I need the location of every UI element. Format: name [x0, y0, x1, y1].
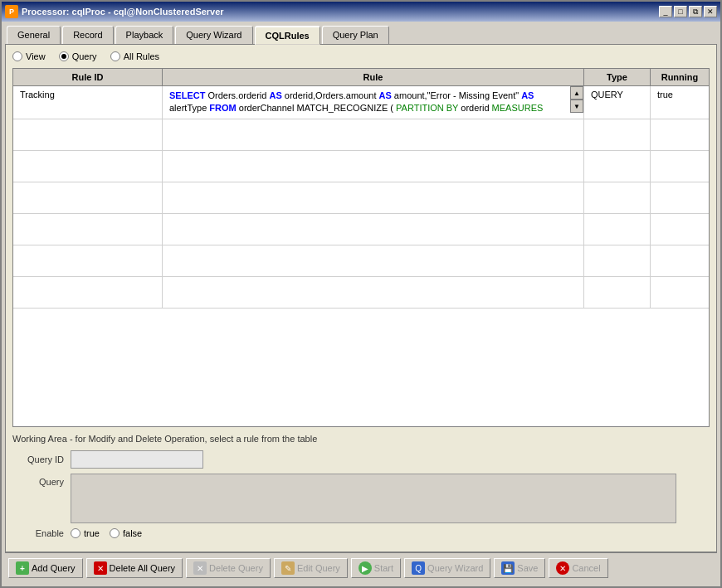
- main-panel: View Query All Rules Rule ID Rule Type R…: [5, 44, 717, 552]
- restore-button[interactable]: ⧉: [689, 6, 702, 17]
- cell-rule-empty6: [163, 277, 584, 308]
- delete-all-label: Delete All Query: [110, 563, 175, 573]
- bottom-bar: + Add Query ✕ Delete All Query ✕ Delete …: [5, 552, 717, 583]
- delete-query-button[interactable]: ✕ Delete Query: [186, 558, 271, 578]
- col-header-type: Type: [584, 69, 651, 85]
- cell-rule-empty3: [163, 182, 584, 213]
- window-title: Processor: cqlProc - cql@NonClusteredSer…: [22, 7, 224, 17]
- cell-type-empty5: [584, 245, 651, 276]
- cell-running-empty3: [651, 182, 709, 213]
- cell-running-empty6: [651, 277, 709, 308]
- table-row: [13, 245, 709, 277]
- cell-ruleid-empty5: [13, 245, 163, 276]
- cell-type-empty4: [584, 214, 651, 245]
- cell-type: QUERY: [584, 86, 651, 119]
- tab-query-plan[interactable]: Query Plan: [322, 26, 389, 45]
- delete-query-label: Delete Query: [209, 563, 263, 573]
- enable-false-circle[interactable]: [110, 528, 120, 538]
- radio-all-rules-circle[interactable]: [110, 51, 120, 61]
- cell-rule-empty2: [163, 151, 584, 182]
- tab-bar: General Record Playback Query Wizard CQL…: [5, 25, 717, 44]
- scroll-up-button[interactable]: ▲: [570, 86, 583, 100]
- cell-type-empty: [584, 119, 651, 150]
- enable-true-radio[interactable]: true: [71, 528, 100, 538]
- table-row[interactable]: Tracking SELECT Orders.orderid AS orderi…: [13, 86, 709, 119]
- enable-false-radio[interactable]: false: [110, 528, 142, 538]
- save-icon: 💾: [501, 561, 515, 575]
- cell-ruleid: Tracking: [13, 86, 163, 119]
- minimize-button[interactable]: _: [659, 6, 672, 17]
- enable-false-label: false: [123, 528, 142, 538]
- query-id-label: Query ID: [12, 454, 71, 464]
- query-wizard-icon: Q: [412, 561, 425, 575]
- cancel-button[interactable]: ✕ Cancel: [549, 558, 607, 578]
- content-area: General Record Playback Query Wizard CQL…: [2, 22, 720, 586]
- delete-query-icon: ✕: [193, 561, 207, 575]
- radio-row: View Query All Rules: [12, 51, 710, 61]
- col-header-ruleid: Rule ID: [13, 69, 163, 85]
- table-row: [13, 119, 709, 151]
- query-wizard-label: Query Wizard: [427, 563, 483, 573]
- radio-all-rules-label: All Rules: [124, 51, 159, 61]
- table-row: [13, 214, 709, 245]
- cell-ruleid-empty3: [13, 182, 163, 213]
- radio-query[interactable]: Query: [59, 51, 97, 61]
- query-textarea[interactable]: [71, 474, 676, 523]
- query-row: Query: [12, 474, 710, 523]
- query-id-row: Query ID: [12, 450, 710, 469]
- working-area-title: Working Area - for Modify and Delete Ope…: [12, 434, 710, 444]
- tab-playback[interactable]: Playback: [115, 26, 174, 45]
- cell-running-empty2: [651, 151, 709, 182]
- edit-query-button[interactable]: ✎ Edit Query: [274, 558, 348, 578]
- col-header-running: Running: [651, 69, 709, 85]
- cell-ruleid-empty: [13, 119, 163, 150]
- delete-all-icon: ✕: [94, 561, 107, 575]
- delete-all-query-button[interactable]: ✕ Delete All Query: [86, 558, 183, 578]
- radio-query-label: Query: [72, 51, 97, 61]
- cell-rule-empty4: [163, 214, 584, 245]
- tab-query-wizard[interactable]: Query Wizard: [175, 26, 252, 45]
- app-icon: P: [5, 5, 18, 18]
- cell-ruleid-empty2: [13, 151, 163, 182]
- enable-row: Enable true false: [12, 528, 710, 538]
- title-bar: P Processor: cqlProc - cql@NonClusteredS…: [2, 2, 720, 22]
- add-query-icon: +: [16, 561, 29, 575]
- cell-rule: SELECT Orders.orderid AS orderid,Orders.…: [163, 86, 584, 119]
- cancel-label: Cancel: [572, 563, 600, 573]
- add-query-label: Add Query: [32, 563, 76, 573]
- scroll-down-button[interactable]: ▼: [570, 100, 583, 113]
- cell-rule-empty: [163, 119, 584, 150]
- cell-ruleid-empty4: [13, 214, 163, 245]
- save-button[interactable]: 💾 Save: [494, 558, 545, 578]
- table-header: Rule ID Rule Type Running: [13, 69, 709, 86]
- radio-view[interactable]: View: [12, 51, 46, 61]
- query-wizard-button[interactable]: Q Query Wizard: [404, 558, 490, 578]
- save-label: Save: [517, 563, 538, 573]
- close-button[interactable]: ✕: [704, 6, 717, 17]
- maximize-button[interactable]: □: [674, 6, 687, 17]
- cancel-icon: ✕: [556, 561, 569, 575]
- radio-view-circle[interactable]: [12, 51, 22, 61]
- cell-ruleid-empty6: [13, 277, 163, 308]
- cell-running-empty5: [651, 245, 709, 276]
- query-id-input[interactable]: [71, 450, 203, 469]
- title-buttons: _ □ ⧉ ✕: [659, 6, 717, 17]
- working-area: Working Area - for Modify and Delete Ope…: [12, 434, 710, 545]
- cell-rule-empty5: [163, 245, 584, 276]
- cell-type-empty3: [584, 182, 651, 213]
- start-button[interactable]: ▶ Start: [351, 558, 401, 578]
- table-row: [13, 277, 709, 309]
- enable-true-circle[interactable]: [71, 528, 80, 538]
- tab-cqlrules[interactable]: CQLRules: [255, 26, 320, 45]
- radio-query-circle[interactable]: [59, 51, 69, 61]
- enable-label: Enable: [12, 528, 71, 538]
- cell-running-empty4: [651, 214, 709, 245]
- tab-general[interactable]: General: [7, 26, 61, 45]
- add-query-button[interactable]: + Add Query: [8, 558, 83, 578]
- query-label: Query: [12, 474, 71, 487]
- radio-all-rules[interactable]: All Rules: [110, 51, 159, 61]
- rule-scroll: ▲ ▼: [570, 86, 583, 113]
- tab-record[interactable]: Record: [62, 26, 113, 45]
- cell-running-empty: [651, 119, 709, 150]
- enable-true-label: true: [84, 528, 100, 538]
